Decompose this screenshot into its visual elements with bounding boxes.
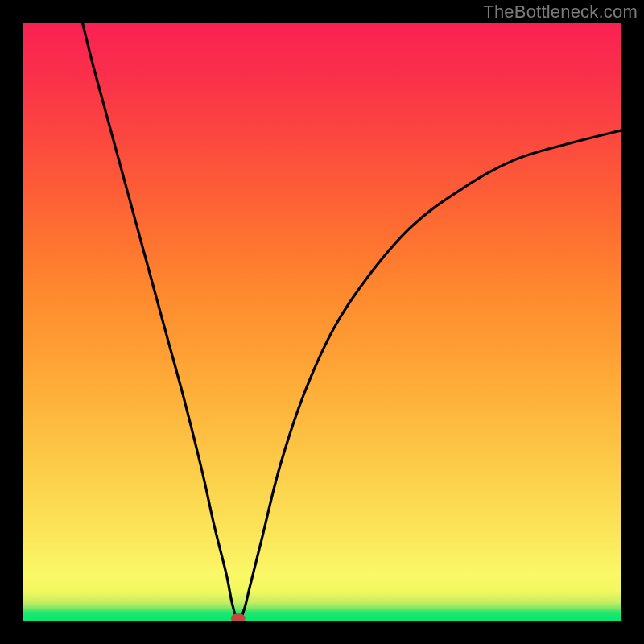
watermark-text: TheBottleneck.com: [483, 2, 638, 23]
curve-svg: [23, 23, 621, 621]
chart-frame: TheBottleneck.com: [0, 0, 644, 644]
bottleneck-curve: [82, 23, 621, 621]
plot-area: [23, 23, 621, 621]
